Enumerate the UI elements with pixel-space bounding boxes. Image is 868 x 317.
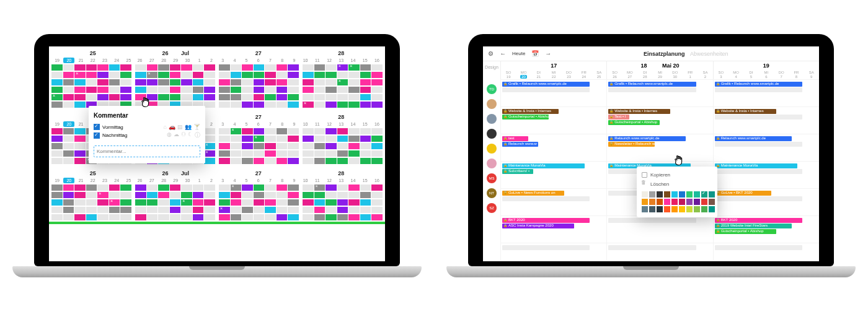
calendar-cell[interactable] [288,102,299,108]
calendar-cell[interactable] [326,207,337,213]
calendar-cell[interactable] [97,199,108,206]
day-column[interactable]: SA2 [698,70,712,79]
task-bar[interactable]: 🔒Grafik • Relaunch www.smartplc.de [715,82,802,87]
task-bar[interactable]: 🔒Website & Insta • Internes [715,109,777,114]
calendar-cell[interactable] [303,136,314,142]
calendar-cell[interactable] [86,94,97,100]
calendar-cell[interactable] [135,94,146,100]
calendar-cell[interactable] [147,94,158,100]
calendar-cell[interactable] [348,158,360,164]
calendar-cell[interactable] [74,87,86,93]
calendar-cell[interactable] [51,185,63,191]
calendar-cell[interactable] [219,158,230,164]
calendar-cell[interactable] [231,128,242,134]
people-icon[interactable]: 👥 [185,124,192,130]
calendar-cell[interactable] [360,128,371,134]
calendar-cell[interactable] [348,192,360,198]
avatar[interactable]: MS [487,173,497,183]
calendar-cell[interactable] [277,79,288,85]
calendar-cell[interactable] [277,214,288,220]
day-column[interactable]: MI22 [546,70,561,79]
calendar-cell[interactable] [348,72,360,78]
calendar-cell[interactable] [371,143,383,149]
calendar-cell[interactable] [277,150,288,157]
calendar-cell[interactable] [63,199,74,206]
calendar-cell[interactable] [314,214,326,220]
calendar-cell[interactable] [348,185,360,191]
calendar-cell[interactable] [288,128,299,134]
calendar-cell[interactable] [135,192,146,198]
calendar-cell[interactable] [51,72,63,78]
calendar-cell[interactable] [337,136,348,142]
calendar-cell[interactable] [242,199,253,206]
color-swatch[interactable] [642,206,648,212]
day-number[interactable]: 8 [277,121,288,127]
calendar-cell[interactable] [265,143,276,149]
home-icon[interactable]: ⌂ [164,124,167,130]
calendar-cell[interactable] [86,87,97,93]
calendar-cell[interactable] [147,214,158,220]
calendar-cell[interactable] [254,199,265,206]
calendar-cell[interactable] [109,192,120,198]
day-number[interactable]: 10 [300,121,311,127]
day-number[interactable]: 12 [324,178,335,183]
calendar-cell[interactable] [158,87,169,93]
calendar-cell[interactable] [147,72,158,78]
day-column[interactable]: DO23 [561,70,576,79]
calendar-cell[interactable] [219,72,230,78]
calendar-cell[interactable] [86,185,97,191]
calendar-cell[interactable] [303,102,314,108]
calendar-cell[interactable] [337,128,348,134]
calendar-cell[interactable] [170,207,181,213]
color-swatch[interactable] [649,199,655,205]
calendar-cell[interactable] [265,214,276,220]
calendar-cell[interactable] [231,185,242,191]
color-swatch[interactable] [679,206,685,212]
avatar[interactable]: NT [487,188,497,198]
calendar-cell[interactable] [231,143,242,149]
calendar-cell[interactable] [337,199,348,206]
calendar-cell[interactable] [74,150,86,157]
calendar-cell[interactable] [265,87,276,93]
calendar-cell[interactable] [219,128,230,134]
calendar-cell[interactable] [219,136,230,142]
day-column[interactable]: DI28 [637,70,652,79]
day-number[interactable]: 25 [123,58,134,63]
day-number[interactable]: 20 [63,178,74,183]
day-number[interactable]: 24 [111,178,122,183]
day-number[interactable]: 2 [206,178,217,183]
avatar[interactable] [487,144,497,154]
task-bar[interactable]: 🔒Gutscheinportal • Abishop [608,120,660,125]
task-bar[interactable]: 🔒BKT 2020 [502,218,590,223]
calendar-cell[interactable] [326,94,337,100]
calendar-icon[interactable]: 📅 [531,50,539,57]
calendar-cell[interactable] [360,72,371,78]
day-number[interactable]: 5 [241,178,252,183]
calendar-cell[interactable] [348,143,360,149]
calendar-cell[interactable] [371,87,383,93]
calendar-cell[interactable] [360,150,371,157]
calendar-cell[interactable] [337,158,348,164]
day-number[interactable]: 19 [51,58,63,63]
calendar-cell[interactable] [337,192,348,198]
day-number[interactable]: 15 [360,58,371,63]
calendar-cell[interactable] [63,94,74,100]
calendar-cell[interactable] [277,87,288,93]
calendar-cell[interactable] [265,199,276,206]
calendar-cell[interactable] [360,158,371,164]
calendar-cell[interactable] [348,102,360,108]
checkbox-vormittag[interactable]: Vormittag [94,124,123,130]
calendar-cell[interactable] [193,185,204,191]
task-bar[interactable]: 🔒Website & Insta • Internes [502,109,559,114]
task-bar[interactable]: 🔒Website & Insta • Internes [608,109,670,114]
calendar-cell[interactable] [231,207,242,213]
calendar-cell[interactable] [254,64,265,71]
calendar-cell[interactable] [63,136,74,142]
calendar-cell[interactable] [63,207,74,213]
calendar-cell[interactable] [86,199,97,206]
calendar-cell[interactable] [74,158,86,164]
calendar-cell[interactable] [277,102,288,108]
avatar[interactable] [487,129,497,139]
calendar-cell[interactable] [97,87,108,93]
calendar-cell[interactable] [303,72,314,78]
